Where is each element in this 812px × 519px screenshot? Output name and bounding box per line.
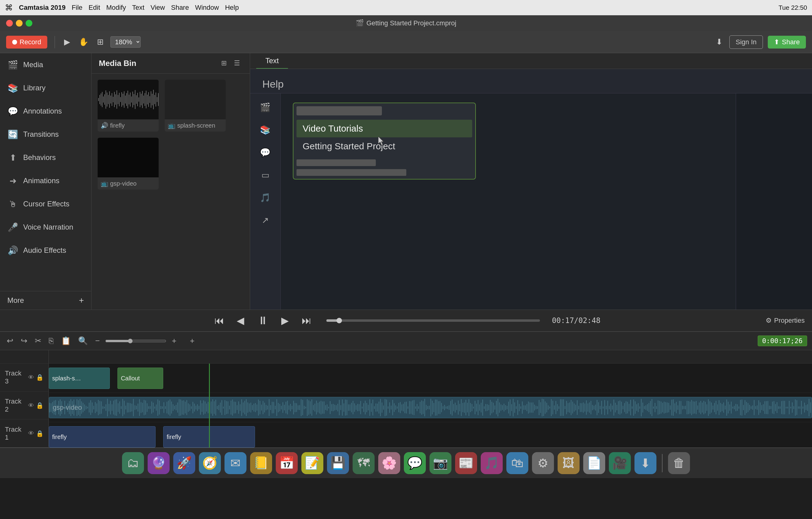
dock-filemerge[interactable]: 📄	[583, 452, 605, 474]
add-track-button[interactable]: +	[188, 334, 196, 348]
sidebar-item-library[interactable]: 📚 Library	[0, 76, 91, 100]
dock-safari[interactable]: 🧭	[199, 452, 221, 474]
help-icon-shape[interactable]: ▭	[255, 164, 276, 186]
record-button[interactable]: Record	[6, 36, 47, 49]
grid-view-button[interactable]: ⊞	[219, 58, 229, 69]
media-item-gsp-video[interactable]: 📺 gsp-video	[97, 138, 158, 190]
track-3-clip-callout[interactable]: Callout	[117, 367, 163, 389]
cut-button[interactable]: ✂	[33, 334, 43, 348]
fullscreen-button[interactable]	[26, 20, 32, 27]
hand-tool-button[interactable]: ✋	[77, 35, 90, 49]
dock-sysprefs[interactable]: ⚙	[532, 452, 554, 474]
help-icon-film[interactable]: 🎬	[255, 97, 276, 118]
dock-notes-book[interactable]: 📒	[250, 452, 272, 474]
minimize-button[interactable]	[16, 20, 23, 27]
dock-launchpad[interactable]: 🚀	[173, 452, 195, 474]
menu-modify[interactable]: Modify	[106, 4, 126, 11]
menu-share[interactable]: Share	[171, 4, 189, 11]
dock-app3[interactable]: 💾	[327, 452, 349, 474]
media-item-splash-screen[interactable]: 📺 splash-screen	[165, 80, 226, 132]
dock-maps[interactable]: 🗺	[353, 452, 375, 474]
dock-downloader[interactable]: ⬇	[635, 452, 657, 474]
menu-text[interactable]: Text	[132, 4, 144, 11]
crop-tool-button[interactable]: ⊞	[95, 35, 106, 49]
menu-help[interactable]: Help	[225, 4, 239, 11]
step-back-button[interactable]: ◀	[233, 313, 248, 328]
media-item-firefly[interactable]: 🔊 firefly	[97, 80, 158, 132]
menu-file[interactable]: File	[72, 4, 82, 11]
play-tool-button[interactable]: ▶	[62, 35, 72, 49]
menu-edit[interactable]: Edit	[88, 4, 100, 11]
track-3-clip-splash[interactable]: splash-s…	[49, 367, 110, 389]
share-button[interactable]: ⬆ Share	[768, 36, 806, 49]
svg-rect-123	[157, 399, 158, 416]
help-icon-arrow[interactable]: ↗	[255, 210, 276, 231]
sidebar-item-cursor-effects[interactable]: 🖱 Cursor Effects	[0, 192, 91, 216]
menu-window[interactable]: Window	[195, 4, 219, 11]
sidebar-item-audio-effects[interactable]: 🔊 Audio Effects	[0, 239, 91, 262]
track-3-lock[interactable]: 🔒	[36, 374, 44, 381]
dock-music[interactable]: 🎵	[481, 452, 503, 474]
add-item-button[interactable]: +	[79, 296, 84, 305]
zoom-slider[interactable]	[105, 338, 166, 344]
help-icon-audio[interactable]: 🎵	[255, 187, 276, 208]
help-icon-library[interactable]: 📚	[255, 119, 276, 140]
sidebar-item-animations[interactable]: ➜ Animations	[0, 169, 91, 192]
menu-view[interactable]: View	[150, 4, 165, 11]
dock-facetime[interactable]: 📷	[430, 452, 452, 474]
go-to-start-button[interactable]: ⏮	[212, 313, 227, 328]
zoom-out-button[interactable]: −	[93, 334, 102, 348]
help-menu-item-tutorials[interactable]: Video Tutorials	[296, 120, 472, 137]
properties-button[interactable]: ⚙ Properties	[766, 317, 805, 325]
sidebar-item-annotations[interactable]: 💬 Annotations	[0, 100, 91, 123]
sign-in-button[interactable]: Sign In	[729, 35, 763, 49]
track-2-clip-gsp[interactable]: gsp-video // Generated via JS after load	[49, 397, 812, 418]
progress-thumb[interactable]	[337, 318, 342, 323]
tab-text[interactable]: Text	[256, 53, 288, 69]
track-1-lock[interactable]: 🔒	[36, 430, 44, 437]
dock-mail[interactable]: ✉	[225, 452, 246, 474]
apple-icon[interactable]: ⌘	[5, 3, 13, 12]
svg-rect-501	[734, 406, 735, 409]
track-3-visibility[interactable]: 👁	[28, 374, 34, 381]
dock-notes[interactable]: 📝	[301, 452, 323, 474]
timeline-scrubber[interactable]	[326, 319, 540, 322]
dock-camtasia[interactable]: 🎥	[609, 452, 631, 474]
dock-photos[interactable]: 🌸	[378, 452, 400, 474]
dock-siri[interactable]: 🔮	[148, 452, 170, 474]
track-1-visibility[interactable]: 👁	[28, 430, 34, 437]
dock-calendar[interactable]: 📅	[276, 452, 298, 474]
dock-messages[interactable]: 💬	[404, 452, 426, 474]
zoom-select[interactable]: 180%	[110, 36, 141, 48]
redo-button[interactable]: ↪	[19, 334, 29, 348]
play-pause-button[interactable]: ⏸	[254, 312, 271, 329]
svg-rect-25	[127, 91, 128, 108]
close-button[interactable]	[6, 20, 13, 27]
zoom-in-button[interactable]: +	[170, 334, 178, 348]
search-button[interactable]: 🔍	[76, 334, 90, 348]
track-1-clip-firefly-1[interactable]: firefly	[49, 426, 155, 447]
sidebar-item-behaviors[interactable]: ⬆ Behaviors	[0, 146, 91, 169]
playhead[interactable]	[209, 364, 210, 447]
copy-button[interactable]: ⎘	[47, 334, 56, 348]
sidebar-more[interactable]: More +	[0, 291, 91, 309]
help-icon-message[interactable]: 💬	[255, 142, 276, 163]
dock-news[interactable]: 📰	[455, 452, 477, 474]
list-view-button[interactable]: ☰	[232, 58, 242, 69]
download-icon-button[interactable]: ⬇	[714, 35, 724, 49]
dock-appstore[interactable]: 🛍	[506, 452, 528, 474]
step-forward-button[interactable]: ▶	[278, 313, 293, 328]
sidebar-item-voice-narration[interactable]: 🎤 Voice Narration	[0, 216, 91, 239]
track-2-lock[interactable]: 🔒	[36, 402, 44, 409]
undo-button[interactable]: ↩	[5, 334, 15, 348]
sidebar-item-transitions[interactable]: 🔄 Transitions	[0, 123, 91, 146]
track-2-visibility[interactable]: 👁	[28, 402, 34, 409]
go-to-end-button[interactable]: ⏭	[299, 313, 314, 328]
dock-trash[interactable]: 🗑	[668, 452, 690, 474]
dock-preview[interactable]: 🖼	[558, 452, 580, 474]
sidebar-item-media[interactable]: 🎬 Media	[0, 53, 91, 76]
help-menu-item-gsp[interactable]: Getting Started Project	[296, 137, 472, 155]
paste-button[interactable]: 📋	[59, 334, 72, 348]
svg-rect-133	[173, 404, 174, 411]
dock-finder[interactable]: 🗂	[122, 452, 144, 474]
